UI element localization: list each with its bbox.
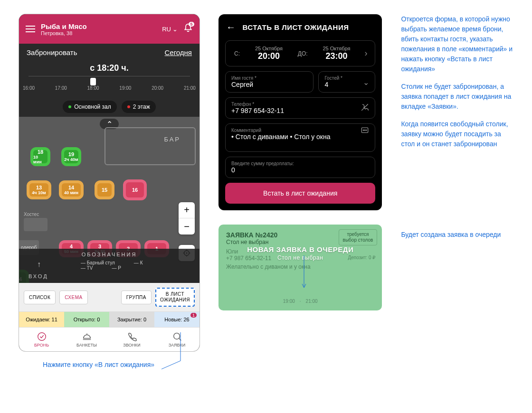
field-label: Комментарий	[231, 128, 369, 133]
legend-item: — TV	[81, 265, 93, 271]
waitlist-button[interactable]: В ЛИСТОЖИДАНИЯ	[155, 288, 195, 307]
field-value: 4	[324, 81, 369, 88]
today-link[interactable]: Сегодня	[165, 48, 192, 56]
request-wish: Желательно с диваном и у окна	[226, 263, 374, 270]
field-label: Введите сумму предоплаты:	[231, 161, 369, 166]
bar-label: БАР	[164, 136, 180, 143]
legend-item: — Барный стул	[81, 260, 115, 265]
restaurant-name: Рыба и Мясо	[41, 22, 156, 30]
to-date: 25 Октября	[312, 46, 362, 51]
to-time: 23:00	[312, 51, 362, 61]
field-label: Имя гостя *	[231, 75, 307, 81]
hour-tick: 21:00	[184, 85, 196, 91]
chevron-down-icon: ⌄	[363, 77, 369, 86]
request-overlay: НОВАЯ ЗАЯВКА В ОЧЕРЕДИ Стол не выбран	[218, 245, 382, 261]
nav-booking[interactable]: БРОНЬ	[19, 328, 64, 351]
table-13[interactable]: 134ч 10м	[29, 183, 48, 197]
nav-calls[interactable]: ЗВОНКИ	[109, 328, 154, 351]
scheme-view-button[interactable]: СХЕМА	[59, 291, 88, 304]
view-buttons: СПИСОК СХЕМА ГРУППА В ЛИСТОЖИДАНИЯ	[19, 283, 200, 311]
list-view-button[interactable]: СПИСОК	[24, 291, 56, 304]
svg-point-7	[366, 130, 367, 131]
stat-open[interactable]: Открыто: 0	[64, 312, 109, 327]
hour-tick: 16:00	[23, 85, 35, 91]
side-p2: Столик не будет забронирован, а заявка п…	[401, 82, 513, 112]
menu-icon[interactable]	[26, 26, 35, 32]
stat-closed[interactable]: Закрытие: 0	[109, 312, 154, 327]
form-title: ВСТАТЬ В ЛИСТ ОЖИДАНИЯ	[243, 23, 349, 31]
svg-point-5	[363, 130, 364, 131]
hall-main[interactable]: Основной зал	[63, 101, 117, 113]
from-date: 25 Октября	[244, 46, 294, 51]
field-label: Телефон *	[231, 102, 369, 107]
waitlist-form: ← ВСТАТЬ В ЛИСТ ОЖИДАНИЯ С: 25 Октября20…	[218, 14, 382, 210]
hall-tabs: Основной зал 2 этаж	[19, 97, 200, 117]
app-header: Рыба и Мясо Петровка, 38 RU⌄ 5	[19, 14, 200, 44]
request-status: требуется выбор столов	[339, 229, 378, 245]
bar-zone	[104, 127, 196, 165]
stat-new[interactable]: Новые: 261	[154, 312, 200, 327]
phone-icon[interactable]	[361, 103, 369, 113]
field-value: 0	[231, 166, 369, 174]
notifications-icon[interactable]: 5	[183, 23, 193, 35]
sub-header: Забронировать Сегодня	[19, 44, 200, 61]
side-p3: Когда появится свободный столик, заявку …	[401, 119, 513, 149]
hour-tick: 20:00	[152, 85, 163, 91]
table-15[interactable]: 15	[97, 183, 112, 197]
language-selector[interactable]: RU⌄	[162, 26, 178, 33]
entrance-label: ВХОД	[28, 273, 48, 279]
date-range-row[interactable]: С: 25 Октября20:00 ДО: 25 Октября23:00 ›	[225, 40, 375, 66]
legend-item: — Р	[112, 265, 121, 271]
book-label: Забронировать	[27, 48, 77, 56]
hostess-label: Хостес	[24, 212, 48, 231]
phone-screen-floorplan: Рыба и Мясо Петровка, 38 RU⌄ 5 Заброниро…	[19, 14, 200, 351]
table-16[interactable]: 16	[126, 182, 144, 197]
table-18[interactable]: 1810 мин	[33, 150, 48, 163]
field-value: • Стол с диванами • Стол у окна	[231, 133, 369, 141]
to-label: ДО:	[294, 50, 312, 57]
zoom-out-button[interactable]: −	[179, 218, 195, 235]
nav-banquets[interactable]: БАНКЕТЫ	[64, 328, 109, 351]
selected-time: с 18:20 ч.	[19, 61, 200, 73]
table-14[interactable]: 1440 мин	[62, 183, 81, 197]
group-button[interactable]: ГРУППА	[121, 291, 152, 304]
chevron-right-icon[interactable]: ›	[361, 48, 370, 58]
svg-point-3	[173, 333, 180, 339]
legend-panel: ОБОЗНАЧЕНИЯ — Барный стул — К — TV — Р ↑…	[19, 249, 200, 283]
bottom-nav: БРОНЬ БАНКЕТЫ ЗВОНКИ ЗАЯВКИ	[19, 327, 200, 351]
prepay-field[interactable]: Введите сумму предоплаты: 0	[225, 157, 375, 178]
from-label: С:	[230, 50, 244, 57]
phone-field[interactable]: Телефон * +7 987 654-32-11	[225, 97, 375, 119]
table-19[interactable]: 192ч 40м	[64, 150, 78, 163]
restaurant-address: Петровка, 38	[41, 30, 156, 36]
submit-waitlist-button[interactable]: Встать в лист ожидания	[225, 183, 375, 204]
notification-badge: 5	[189, 22, 194, 27]
guest-name-field[interactable]: Имя гостя * Сергей	[225, 71, 314, 93]
field-label: Гостей *	[324, 75, 369, 81]
from-time: 20:00	[244, 51, 294, 61]
request-timeline: 19:00·21:00	[226, 299, 374, 304]
legend-item: — К	[134, 260, 143, 265]
stat-waiting[interactable]: Ожидаем: 11	[19, 312, 64, 327]
hour-tick: 18:00	[87, 85, 99, 91]
side-p4: Будет создана заявка в очереди	[401, 230, 513, 240]
annotation-text: Нажмите кнопку «В лист ожидания»	[43, 361, 200, 368]
zoom-controls: + −	[179, 202, 195, 235]
svg-point-6	[365, 130, 366, 131]
request-card[interactable]: ЗАЯВКА №2420 Стол не выбран Юли +7 987 6…	[218, 225, 382, 310]
back-icon[interactable]: ←	[226, 22, 236, 33]
field-value: +7 987 654-32-11	[231, 107, 369, 114]
time-knob[interactable]	[90, 78, 96, 85]
hall-floor2[interactable]: 2 этаж	[122, 101, 156, 113]
nav-requests[interactable]: ЗАЯВКИ	[154, 328, 200, 351]
guests-count-field[interactable]: Гостей * 4 ⌄	[318, 71, 375, 93]
new-badge: 1	[190, 313, 197, 318]
stats-row: Ожидаем: 11 Открыто: 0 Закрытие: 0 Новые…	[19, 311, 200, 327]
chat-icon[interactable]	[361, 126, 369, 137]
floor-plan[interactable]: ⌃ БАР 1810 мин 192ч 40м 24 134ч 10м 1440…	[19, 117, 200, 283]
svg-point-2	[38, 333, 46, 341]
legend-title: ОБОЗНАЧЕНИЯ	[24, 252, 195, 257]
time-ruler[interactable]: 16:00 17:00 18:00 19:00 20:00 21:00	[19, 73, 200, 97]
zoom-in-button[interactable]: +	[179, 202, 195, 218]
comment-field[interactable]: Комментарий • Стол с диванами • Стол у о…	[225, 123, 375, 152]
